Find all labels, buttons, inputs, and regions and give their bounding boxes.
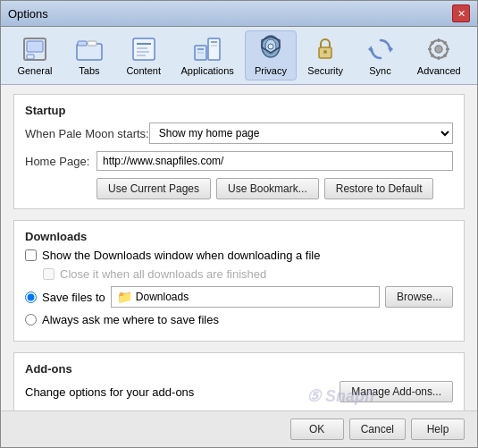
save-files-radio[interactable]	[25, 292, 37, 303]
window-title: Options	[8, 7, 48, 21]
tab-applications[interactable]: Applications	[172, 30, 243, 80]
tab-advanced[interactable]: Advanced	[408, 30, 470, 80]
tab-security-label: Security	[307, 65, 343, 76]
content-icon	[130, 35, 158, 63]
svg-point-19	[268, 44, 273, 49]
addons-section: Add-ons Change options for your add-ons …	[13, 352, 465, 410]
use-current-pages-button[interactable]: Use Current Pages	[96, 178, 211, 199]
folder-name: Downloads	[136, 291, 189, 303]
startup-button-row: Use Current Pages Use Bookmark... Restor…	[96, 178, 453, 199]
tab-sync-label: Sync	[369, 65, 390, 76]
show-downloads-label: Show the Downloads window when downloadi…	[42, 249, 320, 262]
tab-sync[interactable]: Sync	[355, 30, 407, 80]
cancel-button[interactable]: Cancel	[349, 418, 406, 440]
downloads-section: Downloads Show the Downloads window when…	[13, 220, 465, 342]
tab-privacy-label: Privacy	[255, 65, 287, 76]
tab-privacy[interactable]: Privacy	[245, 30, 297, 80]
svg-rect-5	[88, 41, 96, 46]
tab-tabs[interactable]: Tabs	[63, 30, 115, 80]
addons-description: Change options for your add-ons	[25, 385, 194, 399]
svg-rect-2	[27, 55, 34, 59]
toolbar: General Tabs	[1, 27, 477, 85]
footer: OK Cancel Help	[1, 410, 477, 447]
tab-applications-label: Applications	[181, 65, 234, 76]
show-downloads-checkbox[interactable]	[25, 249, 37, 261]
svg-point-22	[323, 50, 327, 54]
sync-icon	[366, 35, 395, 63]
tab-tabs-label: Tabs	[79, 65, 99, 76]
svg-marker-24	[368, 46, 372, 53]
svg-rect-3	[77, 44, 102, 60]
home-page-input[interactable]	[96, 151, 453, 171]
svg-point-26	[435, 46, 442, 53]
svg-rect-4	[78, 41, 87, 46]
svg-rect-1	[27, 41, 43, 52]
always-ask-radio[interactable]	[25, 314, 37, 325]
title-bar: Options ✕	[1, 1, 477, 27]
startup-section: Startup When Pale Moon starts: Show my h…	[13, 94, 465, 209]
startup-dropdown[interactable]: Show my home page	[149, 123, 453, 144]
ok-button[interactable]: OK	[290, 418, 344, 440]
show-downloads-row: Show the Downloads window when downloadi…	[25, 249, 453, 262]
home-page-label: Home Page:	[25, 155, 96, 168]
options-window: Options ✕ General T	[0, 0, 478, 448]
close-when-checkbox[interactable]	[43, 268, 55, 280]
privacy-icon	[256, 35, 285, 63]
svg-marker-23	[390, 46, 393, 53]
tab-content-label: Content	[126, 65, 161, 76]
close-when-row: Close it when all downloads are finished	[43, 267, 453, 281]
home-page-row: Home Page:	[25, 151, 453, 171]
folder-display: 📁 Downloads	[111, 286, 380, 308]
snapfiles-watermark: ⑤ Snapfi	[306, 386, 374, 406]
advanced-icon	[424, 35, 453, 63]
tab-advanced-label: Advanced	[417, 65, 461, 76]
tab-general[interactable]: General	[8, 30, 62, 80]
addons-label: Add-ons	[25, 362, 453, 376]
content-area: Startup When Pale Moon starts: Show my h…	[1, 85, 477, 410]
tabs-icon	[75, 35, 104, 63]
restore-to-default-button[interactable]: Restore to Default	[324, 178, 434, 199]
tab-security[interactable]: Security	[298, 30, 353, 80]
startup-row: When Pale Moon starts: Show my home page	[25, 123, 453, 144]
addons-row: Change options for your add-ons ⑤ Snapfi…	[25, 381, 453, 402]
use-bookmark-button[interactable]: Use Bookmark...	[216, 178, 319, 199]
help-button[interactable]: Help	[411, 418, 465, 440]
tab-general-label: General	[17, 65, 52, 76]
applications-icon	[193, 35, 222, 63]
close-when-label: Close it when all downloads are finished	[60, 267, 266, 281]
security-icon	[311, 35, 340, 63]
always-ask-label: Always ask me where to save files	[42, 313, 219, 326]
startup-label: Startup	[25, 104, 453, 117]
when-label: When Pale Moon starts:	[25, 127, 149, 140]
save-files-label: Save files to	[42, 291, 105, 304]
general-icon	[21, 35, 49, 63]
always-ask-row: Always ask me where to save files	[25, 313, 453, 326]
browse-button[interactable]: Browse...	[385, 286, 453, 308]
close-button[interactable]: ✕	[452, 4, 470, 22]
folder-icon: 📁	[117, 290, 132, 304]
save-files-row: Save files to 📁 Downloads Browse...	[25, 286, 453, 308]
svg-rect-6	[133, 38, 155, 60]
downloads-label: Downloads	[25, 230, 453, 243]
tab-content[interactable]: Content	[117, 30, 170, 80]
